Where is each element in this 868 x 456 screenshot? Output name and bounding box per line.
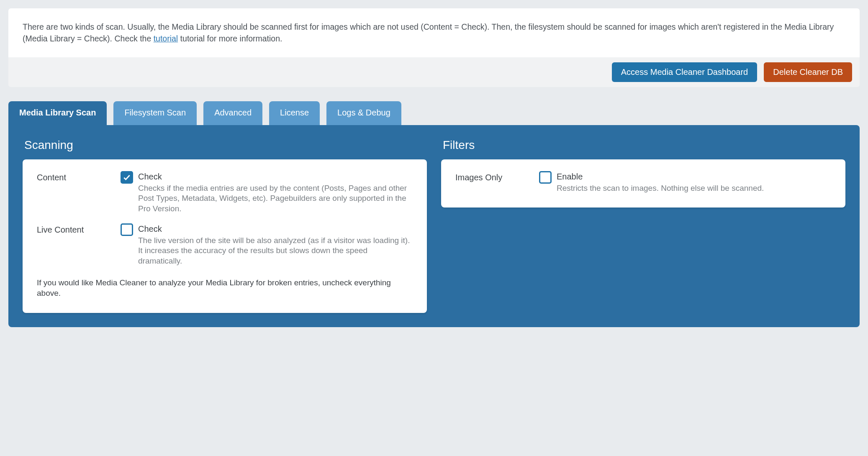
tab-media-library-scan[interactable]: Media Library Scan [8, 101, 107, 125]
images-only-checkbox[interactable] [539, 171, 552, 184]
tab-advanced[interactable]: Advanced [203, 101, 262, 125]
live-content-checkbox[interactable] [121, 223, 133, 236]
option-live-content-label: Live Content [37, 223, 121, 235]
check-icon [123, 173, 131, 182]
content-check-desc: Checks if the media entries are used by … [138, 184, 407, 213]
settings-panel: Scanning Content Check Checks if the med… [8, 125, 860, 327]
scanning-footnote: If you would like Media Cleaner to analy… [37, 277, 413, 299]
action-bar: Access Media Cleaner Dashboard Delete Cl… [8, 57, 860, 87]
images-only-check-label: Enable [557, 171, 831, 182]
live-content-check-desc: The live version of the site will be als… [138, 236, 410, 265]
filters-title: Filters [443, 138, 845, 152]
option-live-content: Live Content Check The live version of t… [37, 223, 413, 266]
info-description: There are two kinds of scan. Usually, th… [8, 8, 860, 57]
tabs-row: Media Library Scan Filesystem Scan Advan… [8, 101, 860, 125]
scanning-card: Content Check Checks if the media entrie… [23, 159, 427, 313]
filters-section: Filters Images Only Enable Restricts the… [441, 136, 845, 208]
tab-license[interactable]: License [269, 101, 320, 125]
filters-card: Images Only Enable Restricts the scan to… [441, 159, 845, 208]
tab-logs-debug[interactable]: Logs & Debug [326, 101, 401, 125]
info-text-a: There are two kinds of scan. Usually, th… [23, 22, 834, 43]
option-content-label: Content [37, 171, 121, 182]
info-text-b: tutorial for more information. [178, 34, 282, 43]
option-images-only: Images Only Enable Restricts the scan to… [455, 171, 831, 194]
option-images-only-label: Images Only [455, 171, 539, 182]
images-only-check-desc: Restricts the scan to images. Nothing el… [557, 184, 764, 192]
tab-filesystem-scan[interactable]: Filesystem Scan [113, 101, 197, 125]
content-check-label: Check [138, 171, 413, 182]
tutorial-link[interactable]: tutorial [154, 34, 178, 43]
content-checkbox[interactable] [121, 171, 133, 184]
access-dashboard-button[interactable]: Access Media Cleaner Dashboard [612, 62, 758, 82]
scanning-section: Scanning Content Check Checks if the med… [23, 136, 427, 313]
option-content: Content Check Checks if the media entrie… [37, 171, 413, 214]
delete-cleaner-db-button[interactable]: Delete Cleaner DB [764, 62, 852, 82]
scanning-title: Scanning [24, 138, 427, 152]
live-content-check-label: Check [138, 223, 413, 234]
